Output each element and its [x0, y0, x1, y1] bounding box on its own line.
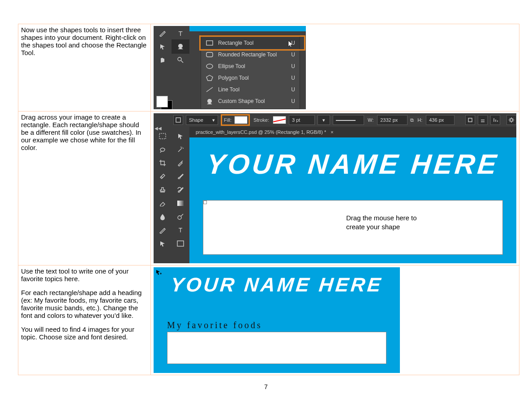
row1-instruction: Now use the shapes tools to insert three… [21, 26, 146, 56]
fill-highlight: Fill: [221, 114, 250, 126]
sample-headline: YOUR NAME HERE [201, 148, 504, 180]
marquee-icon[interactable] [154, 129, 172, 143]
flyout-line[interactable]: Line Tool U [201, 84, 300, 95]
mouse-cursor-icon [288, 40, 294, 49]
collapse-palette-icon[interactable]: ◀◀ [154, 126, 162, 131]
drag-hint: Drag the mouse here to create your shape [346, 214, 431, 231]
row3-instruction-b: For each rectangle/shape add a heading (… [21, 289, 148, 319]
svg-marker-4 [206, 75, 213, 81]
row3-text: Use the text tool to write one of your f… [18, 265, 151, 375]
instruction-table: Now use the shapes tools to insert three… [18, 24, 519, 375]
row1-image-cell: T [151, 24, 519, 111]
gear-icon[interactable] [506, 115, 516, 125]
sample-headline-2: YOUR NAME HERE [161, 274, 392, 296]
dodge-icon[interactable] [172, 210, 189, 223]
arrange-icon[interactable] [478, 115, 488, 125]
path-select-icon[interactable] [154, 39, 172, 54]
blur-icon[interactable] [154, 210, 172, 223]
svg-rect-5 [176, 118, 180, 122]
doc-tab[interactable]: practice_with_layersCC.psd @ 25% (Rectan… [196, 129, 326, 135]
ellipse-icon [206, 63, 214, 69]
options-bar: Shape▾ Fill: Stroke: 3 pt ▾ W: 2332 px ⧉… [154, 113, 516, 127]
flyout-rounded-rect[interactable]: Rounded Rectangle Tool U [201, 49, 300, 60]
flyout-custom-label: Custom Shape Tool [218, 98, 265, 104]
rect-tool2-icon[interactable] [172, 237, 189, 250]
zoom-tool-icon[interactable] [172, 53, 189, 67]
kbd-shortcut: U [291, 51, 295, 58]
eyedropper-icon[interactable] [172, 156, 189, 170]
row3-instruction-a: Use the text tool to write one of your f… [21, 267, 148, 283]
screenshot-shape-tool-flyout: T [154, 26, 306, 109]
h-field[interactable]: 436 px [426, 115, 455, 125]
w-label: W: [367, 117, 374, 123]
flyout-polygon-label: Polygon Tool [218, 75, 249, 81]
fill-swatch[interactable] [234, 116, 248, 124]
stroke-label: Stroke: [253, 117, 270, 123]
brush-icon[interactable] [172, 170, 189, 183]
shape-preset-icon[interactable] [173, 115, 183, 125]
close-tab-icon[interactable]: × [330, 129, 333, 135]
ps-canvas: YOUR NAME HERE Drag the mouse here to cr… [189, 137, 516, 263]
polygon-icon [206, 75, 214, 81]
page-number: 7 [0, 383, 532, 390]
topic-rectangle [167, 332, 386, 364]
kbd-shortcut: U [291, 63, 295, 69]
stroke-swatch[interactable] [273, 116, 286, 124]
flyout-rectangle[interactable]: Rectangle Tool U [201, 37, 300, 49]
pen-tool-icon[interactable] [154, 26, 172, 40]
flyout-polygon[interactable]: Polygon Tool U [201, 72, 300, 84]
screenshot-result: YOUR NAME HERE My favorite foods [154, 267, 400, 373]
svg-rect-11 [177, 241, 184, 246]
shape-tool-icon[interactable] [172, 39, 189, 54]
move-cursor-icon [155, 269, 163, 278]
flyout-rectangle-label: Rectangle Tool [218, 40, 253, 46]
flyout-custom[interactable]: Custom Shape Tool U [201, 95, 300, 107]
stroke-style[interactable] [333, 115, 364, 125]
hand-tool-icon[interactable] [154, 53, 172, 67]
flyout-line-label: Line Tool [218, 86, 240, 93]
wand-icon[interactable] [172, 143, 189, 156]
kbd-shortcut: U [291, 98, 295, 104]
svg-point-3 [206, 64, 213, 68]
link-wh-icon[interactable]: ⧉ [410, 117, 414, 123]
row1-text: Now use the shapes tools to insert three… [18, 24, 151, 111]
lasso-icon[interactable] [154, 143, 172, 156]
ps-tool-palette: T [154, 26, 189, 109]
pen-tool2-icon[interactable] [154, 223, 172, 237]
row3-instruction-c: You will need to find 4 images for your … [21, 325, 148, 341]
path-options-icon[interactable] [490, 115, 500, 125]
flyout-ellipse[interactable]: Ellipse Tool U [201, 60, 300, 72]
fill-label: Fill: [223, 117, 232, 123]
ps-tool-palette-2: ◀◀ T [154, 127, 189, 263]
gradient-icon[interactable] [172, 197, 189, 210]
stamp-icon[interactable] [154, 183, 172, 197]
shape-tool-flyout-menu: Rectangle Tool U Rounded Rectangle Tool … [201, 35, 300, 109]
svg-point-0 [178, 57, 181, 61]
line-icon [206, 86, 214, 93]
w-field[interactable]: 2332 px [377, 115, 408, 125]
type-tool-icon[interactable]: T [172, 26, 189, 40]
shape-mode-label: Shape [189, 117, 203, 123]
stroke-width-menu[interactable]: ▾ [317, 115, 330, 125]
custom-shape-icon [206, 98, 214, 104]
doc-tab-strip: practice_with_layersCC.psd @ 25% (Rectan… [189, 127, 516, 137]
row2-image-cell: Shape▾ Fill: Stroke: 3 pt ▾ W: 2332 px ⧉… [151, 111, 519, 265]
healing-icon[interactable] [154, 170, 172, 183]
flyout-rounded-label: Rounded Rectangle Tool [218, 51, 277, 58]
move-tool-icon[interactable] [172, 129, 189, 143]
svg-rect-9 [177, 201, 184, 206]
align-icon[interactable] [465, 115, 475, 125]
svg-rect-8 [159, 133, 166, 139]
flyout-ellipse-label: Ellipse Tool [218, 63, 245, 69]
stroke-width-field[interactable]: 3 pt [289, 115, 315, 125]
shape-mode-select[interactable]: Shape▾ [186, 115, 218, 125]
history-brush-icon[interactable] [172, 183, 189, 197]
crop-icon[interactable] [154, 156, 172, 170]
eraser-icon[interactable] [154, 197, 172, 210]
svg-rect-2 [206, 52, 213, 57]
type-tool2-icon[interactable]: T [172, 223, 189, 237]
h-label: H: [416, 117, 423, 123]
row2-instruction: Drag across your image to create a recta… [21, 113, 141, 151]
svg-rect-6 [468, 118, 472, 122]
path-select2-icon[interactable] [154, 237, 172, 250]
